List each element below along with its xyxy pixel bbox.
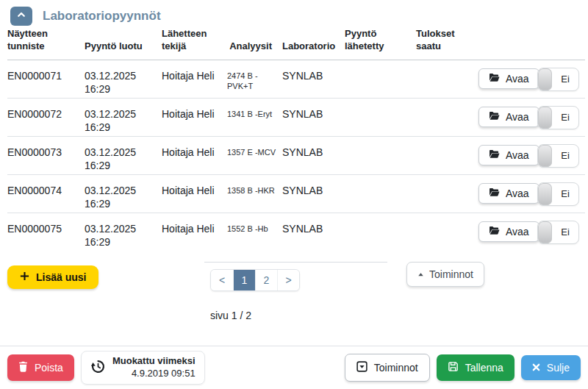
created-date: 03.12.2025: [85, 69, 157, 82]
sample-id-cell: EN0000072: [7, 98, 85, 136]
sample-id-cell: EN0000073: [7, 136, 85, 174]
toggle-cell: Ei: [537, 60, 585, 98]
created-date: 03.12.2025: [85, 184, 157, 197]
col-header-sample-id: Näytteen tunniste: [7, 26, 85, 60]
pager-block: < 1 2 > sivu 1 / 2: [204, 262, 387, 321]
open-cell: Avaa: [478, 174, 537, 213]
open-button-label: Avaa: [506, 188, 529, 199]
analyses-cell: 1341 B -Eryt: [227, 98, 282, 136]
received-cell: [416, 136, 478, 174]
open-request-button[interactable]: Avaa: [478, 221, 539, 242]
lab-cell: SYNLAB: [282, 136, 345, 174]
created-cell: 03.12.202516:29: [85, 174, 162, 213]
chevron-up-icon: [15, 9, 27, 23]
table-controls: Lisää uusi < 1 2 > sivu 1 / 2 Toiminnot: [0, 250, 588, 345]
sample-id-cell: EN0000074: [7, 174, 85, 213]
caret-up-icon: [417, 268, 424, 280]
laboratory-requests-panel: Laboratoriopyynnöt Näytteen tunniste Pyy…: [0, 0, 588, 389]
actions-collapse-label: Toiminnot: [429, 268, 473, 280]
open-button-label: Avaa: [506, 226, 529, 238]
open-request-button[interactable]: Avaa: [478, 183, 539, 204]
col-header-author: Lähetteen tekijä: [162, 26, 227, 60]
results-toggle[interactable]: Ei: [537, 144, 579, 168]
open-button-label: Avaa: [506, 73, 529, 85]
author-cell: Hoitaja Heli: [162, 174, 227, 213]
panel-header: Laboratoriopyynnöt: [0, 0, 588, 26]
created-time: 16:29: [85, 197, 157, 210]
close-button[interactable]: Sulje: [521, 355, 581, 380]
actions-button[interactable]: Toiminnot: [345, 354, 430, 382]
table-row: EN0000073 03.12.202516:29 Hoitaja Heli 1…: [7, 136, 585, 174]
results-toggle[interactable]: Ei: [537, 68, 579, 91]
analyses-cell: 1357 E -MCV: [227, 136, 282, 174]
open-cell: Avaa: [478, 213, 537, 250]
sent-cell: [345, 174, 416, 213]
close-button-label: Sulje: [547, 362, 570, 374]
lab-cell: SYNLAB: [282, 174, 345, 213]
toggle-label: Ei: [552, 226, 578, 238]
folder-open-icon: [489, 73, 500, 85]
open-cell: Avaa: [478, 60, 537, 98]
last-modified-value: 4.9.2019 09:51: [112, 368, 196, 380]
results-toggle[interactable]: Ei: [537, 221, 579, 244]
results-toggle[interactable]: Ei: [537, 182, 579, 206]
square-caret-down-icon: [356, 361, 368, 374]
created-date: 03.12.2025: [85, 146, 157, 159]
received-cell: [416, 60, 478, 98]
toggle-cell: Ei: [537, 136, 585, 174]
folder-open-icon: [489, 188, 500, 199]
toggle-knob: [538, 183, 552, 205]
pagination-next-button[interactable]: >: [277, 270, 299, 290]
col-header-lab: Laboratorio: [282, 26, 345, 60]
x-icon: [532, 362, 540, 374]
results-toggle[interactable]: Ei: [537, 106, 579, 129]
pagination-page-2-button[interactable]: 2: [255, 270, 277, 290]
last-modified-text: Muokattu viimeksi 4.9.2019 09:51: [112, 355, 196, 380]
toggle-label: Ei: [552, 73, 578, 85]
toggle-knob: [538, 68, 552, 90]
panel-collapse-button[interactable]: [10, 7, 32, 26]
open-request-button[interactable]: Avaa: [478, 68, 539, 89]
sent-cell: [345, 60, 416, 98]
open-request-button[interactable]: Avaa: [478, 107, 539, 127]
page-summary: sivu 1 / 2: [210, 310, 387, 321]
lab-cell: SYNLAB: [282, 98, 345, 136]
panel-title: Laboratoriopyynnöt: [43, 9, 161, 24]
sample-id-cell: EN0000071: [7, 60, 85, 98]
save-button[interactable]: Tallenna: [437, 354, 514, 381]
pagination-prev-button[interactable]: <: [211, 270, 233, 290]
add-new-button[interactable]: Lisää uusi: [7, 265, 98, 289]
toggle-knob: [538, 221, 552, 243]
pagination-page-1-button[interactable]: 1: [233, 270, 255, 290]
created-time: 16:29: [85, 235, 157, 249]
folder-open-icon: [489, 226, 500, 238]
actions-button-label: Toiminnot: [374, 362, 418, 374]
table-row: EN0000072 03.12.202516:29 Hoitaja Heli 1…: [7, 98, 585, 136]
toggle-cell: Ei: [537, 213, 585, 250]
author-cell: Hoitaja Heli: [162, 98, 227, 136]
last-modified-box: Muokattu viimeksi 4.9.2019 09:51: [81, 351, 205, 385]
toggle-knob: [538, 145, 552, 167]
col-header-sent: Pyyntö lähetetty: [345, 26, 416, 60]
sent-cell: [345, 136, 416, 174]
toggle-cell: Ei: [537, 98, 585, 136]
open-button-label: Avaa: [506, 149, 529, 161]
plus-icon: [20, 271, 29, 283]
delete-button[interactable]: Poista: [7, 354, 74, 381]
col-header-empty: [478, 26, 537, 60]
created-cell: 03.12.202516:29: [85, 98, 162, 136]
open-button-label: Avaa: [506, 111, 529, 123]
sent-cell: [345, 98, 416, 136]
toggle-label: Ei: [552, 149, 578, 162]
open-request-button[interactable]: Avaa: [478, 145, 539, 165]
actions-collapse-button[interactable]: Toiminnot: [406, 262, 484, 287]
history-icon: [90, 359, 106, 377]
footer-action-bar: Poista Muokattu viimeksi 4.9.2019 09:51 …: [0, 346, 588, 389]
save-button-label: Tallenna: [465, 362, 503, 374]
add-new-label: Lisää uusi: [36, 271, 86, 283]
table-header-row: Näytteen tunniste Pyyntö luotu Lähetteen…: [7, 26, 585, 60]
created-time: 16:29: [85, 159, 157, 172]
created-cell: 03.12.202516:29: [85, 60, 162, 98]
save-icon: [448, 361, 459, 374]
table-row: EN0000071 03.12.202516:29 Hoitaja Heli 2…: [7, 60, 585, 98]
